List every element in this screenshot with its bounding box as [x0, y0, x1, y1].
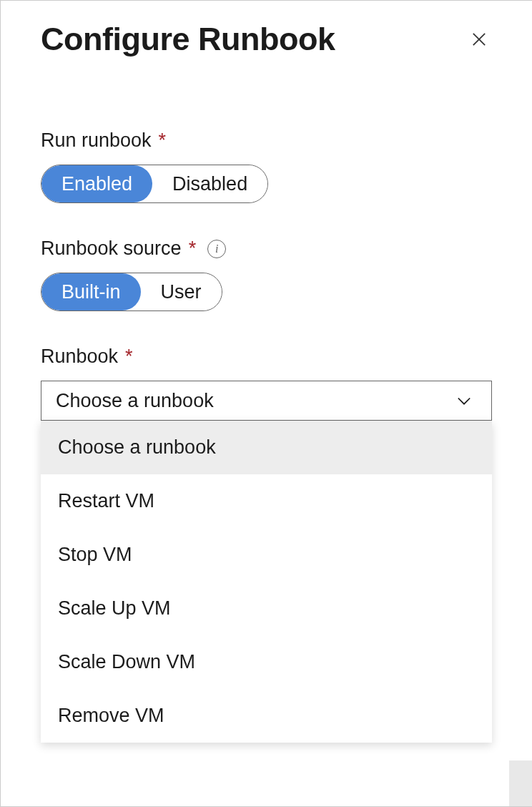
runbook-source-label: Runbook source * i	[41, 238, 492, 260]
dropdown-option-remove-vm[interactable]: Remove VM	[41, 689, 492, 743]
required-indicator: *	[125, 346, 133, 368]
dropdown-option-restart-vm[interactable]: Restart VM	[41, 474, 492, 528]
chevron-down-icon	[451, 388, 477, 414]
label-text: Run runbook	[41, 129, 152, 152]
run-runbook-label: Run runbook *	[41, 129, 492, 152]
runbook-label: Runbook *	[41, 346, 492, 368]
run-runbook-toggle: Enabled Disabled	[41, 165, 268, 203]
dropdown-option-placeholder[interactable]: Choose a runbook	[41, 421, 492, 474]
label-text: Runbook source	[41, 238, 182, 260]
scrollbar-indicator[interactable]	[509, 760, 532, 806]
close-button[interactable]	[466, 26, 492, 52]
run-runbook-disabled-option[interactable]: Disabled	[152, 165, 267, 202]
runbook-select[interactable]: Choose a runbook	[41, 381, 492, 421]
runbook-dropdown: Choose a runbook Restart VM Stop VM Scal…	[41, 421, 492, 743]
dropdown-option-stop-vm[interactable]: Stop VM	[41, 528, 492, 582]
info-icon[interactable]: i	[207, 240, 226, 258]
runbook-source-user-option[interactable]: User	[141, 273, 222, 310]
runbook-source-toggle: Built-in User	[41, 273, 222, 311]
configure-runbook-panel: Configure Runbook Run runbook * Enabled …	[0, 0, 532, 807]
close-icon	[469, 29, 489, 49]
runbook-source-field: Runbook source * i Built-in User	[41, 238, 492, 311]
panel-header: Configure Runbook	[41, 21, 492, 58]
dropdown-option-scale-down-vm[interactable]: Scale Down VM	[41, 635, 492, 689]
select-value: Choose a runbook	[56, 390, 214, 412]
required-indicator: *	[189, 238, 197, 260]
runbook-source-builtin-option[interactable]: Built-in	[41, 273, 141, 310]
label-text: Runbook	[41, 346, 118, 368]
required-indicator: *	[159, 129, 167, 152]
dropdown-option-scale-up-vm[interactable]: Scale Up VM	[41, 582, 492, 635]
runbook-field: Runbook * Choose a runbook Choose a runb…	[41, 346, 492, 421]
page-title: Configure Runbook	[41, 21, 335, 58]
run-runbook-field: Run runbook * Enabled Disabled	[41, 129, 492, 203]
run-runbook-enabled-option[interactable]: Enabled	[41, 165, 152, 202]
